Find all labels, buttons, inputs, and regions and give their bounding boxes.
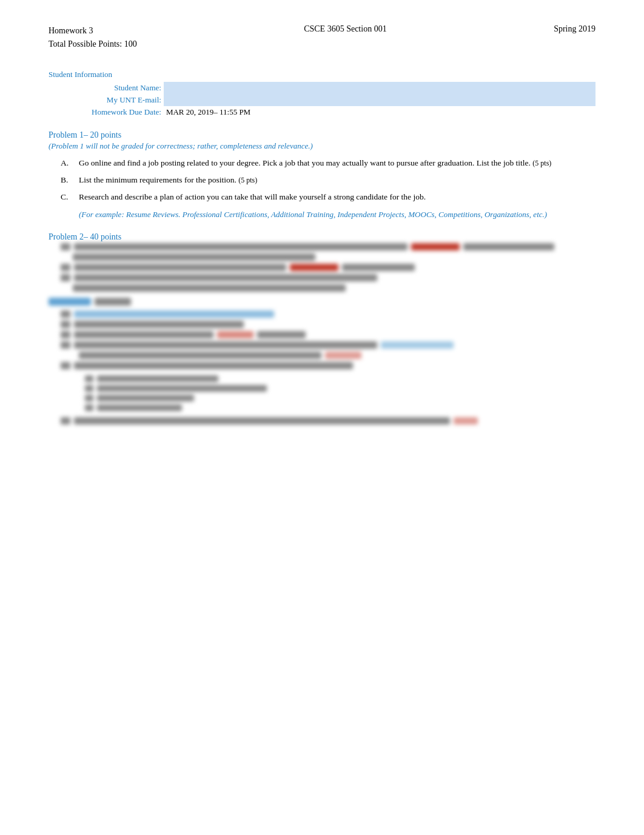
student-email-row: My UNT E-mail: [49, 94, 595, 106]
problem2-heading: Problem 2– 40 points [49, 232, 595, 242]
item-b-pts: (5 pts) [238, 176, 257, 184]
header-left: Homework 3 Total Possible Points: 100 [49, 24, 137, 52]
problem2-section: Problem 2– 40 points [49, 232, 595, 424]
course-info: CSCE 3605 Section 001 [304, 24, 387, 34]
student-info-section: Student Information Student Name: My UNT… [49, 70, 595, 118]
student-email-label: My UNT E-mail: [49, 94, 164, 106]
problem2-label: Problem 2 [49, 232, 84, 241]
total-points: Total Possible Points: 100 [49, 38, 137, 51]
item-c-text: Research and describe a plan of action y… [79, 191, 595, 203]
due-date-value: MAR 20, 2019– 11:55 PM [164, 106, 595, 118]
problem1-section: Problem 1– 20 points (Problem 1 will not… [49, 130, 595, 220]
problem1-points: – 20 points [84, 130, 121, 139]
problem1-heading: Problem 1– 20 points [49, 130, 595, 140]
page-header: Homework 3 Total Possible Points: 100 CS… [49, 24, 595, 52]
student-info-table: Student Name: My UNT E-mail: Homework Du… [49, 82, 595, 118]
homework-title: Homework 3 [49, 24, 137, 38]
student-email-value[interactable] [164, 94, 595, 106]
item-c-label: C. [61, 191, 79, 203]
student-info-title: Student Information [49, 70, 595, 79]
problem1-note: (Problem 1 will not be graded for correc… [49, 141, 595, 151]
problem2-points: – 40 points [84, 232, 121, 241]
item-a-label: A. [61, 157, 79, 169]
problem1-item-b: B. List the minimum requirements for the… [61, 174, 595, 186]
problem1-example: (For example: Resume Reviews. Profession… [79, 209, 595, 221]
item-a-pts: (5 pts) [532, 159, 551, 167]
due-date-row: Homework Due Date: MAR 20, 2019– 11:55 P… [49, 106, 595, 118]
item-a-text: Go online and find a job posting related… [79, 157, 595, 169]
item-b-text: List the minimum requirements for the po… [79, 174, 595, 186]
student-name-row: Student Name: [49, 82, 595, 94]
blurred-problem2-content [49, 243, 595, 424]
student-name-label: Student Name: [49, 82, 164, 94]
problem1-item-a: A. Go online and find a job posting rela… [61, 157, 595, 169]
problem1-label: Problem 1 [49, 130, 84, 139]
due-date-label: Homework Due Date: [49, 106, 164, 118]
problem1-item-c: C. Research and describe a plan of actio… [61, 191, 595, 203]
student-name-value[interactable] [164, 82, 595, 94]
semester-info: Spring 2019 [554, 24, 595, 34]
item-b-label: B. [61, 174, 79, 186]
problem1-content: A. Go online and find a job posting rela… [61, 157, 595, 220]
